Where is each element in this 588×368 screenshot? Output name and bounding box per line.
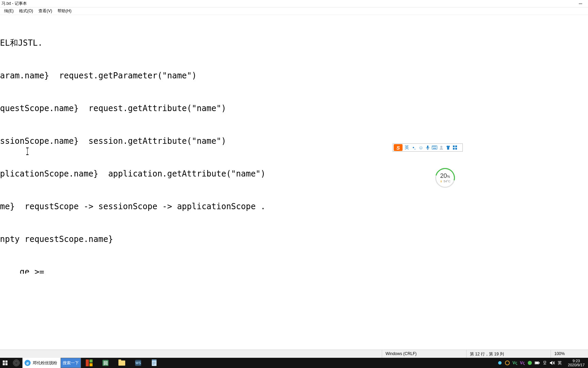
- svg-marker-38: [550, 361, 552, 365]
- ime-tray-lang[interactable]: 英: [557, 360, 562, 366]
- system-tray: Vς Vς 英: [495, 358, 565, 368]
- ime-voice-icon[interactable]: [425, 144, 431, 151]
- ime-account-icon[interactable]: [438, 144, 444, 151]
- svg-rect-9: [453, 145, 455, 147]
- svg-rect-35: [544, 361, 546, 363]
- svg-rect-33: [539, 362, 540, 364]
- cpu-temp: 🌡 54°C: [440, 180, 451, 183]
- svg-rect-14: [5, 361, 7, 363]
- taskbar-clock[interactable]: 9:23 2020/9/17: [565, 358, 588, 368]
- text-line: ssionScope.name} session.getAttribute("n…: [0, 136, 588, 147]
- tray-icon-1[interactable]: [497, 360, 503, 366]
- menu-bar: 缉(E) 格式(O) 查看(V) 帮助(H): [0, 7, 588, 15]
- svg-rect-12: [455, 148, 457, 150]
- text-line: EL和JSTL.: [0, 37, 588, 48]
- start-button[interactable]: [0, 358, 10, 368]
- fan-app-icon[interactable]: [10, 358, 22, 368]
- svg-rect-6: [436, 146, 436, 147]
- menu-edit[interactable]: 缉(E): [1, 7, 16, 15]
- svg-text:WS: WS: [135, 361, 141, 365]
- text-line: npty requestScope.name}: [0, 234, 588, 245]
- svg-marker-17: [86, 359, 89, 366]
- svg-point-30: [505, 361, 509, 365]
- app-icon-1[interactable]: [81, 358, 97, 368]
- svg-rect-3: [432, 146, 433, 147]
- file-explorer-icon[interactable]: [114, 358, 130, 368]
- svg-rect-16: [5, 363, 7, 365]
- ime-punct-icon[interactable]: •,: [411, 144, 417, 151]
- window-titlebar: 习.txt - 记事本: [0, 0, 588, 7]
- ie-window-title: 邓伦粉丝脱粉: [33, 360, 57, 366]
- taskbar-ie-window[interactable]: e 邓伦粉丝脱粉: [22, 358, 61, 368]
- menu-format[interactable]: 格式(O): [16, 7, 36, 15]
- text-line: aram.name} request.getParameter("name"): [0, 70, 588, 81]
- tray-icon-3[interactable]: Vς: [512, 360, 518, 366]
- status-encoding: Windows (CRLF): [382, 350, 466, 358]
- svg-text:回: 回: [103, 361, 108, 366]
- svg-marker-19: [89, 363, 93, 366]
- svg-rect-25: [152, 359, 157, 361]
- tray-icon-2[interactable]: [505, 360, 510, 366]
- status-bar: Windows (CRLF) 第 12 行，第 19 列 100%: [0, 350, 588, 358]
- svg-rect-13: [3, 361, 5, 363]
- app-icon-4[interactable]: WS: [130, 358, 146, 368]
- taskbar-search[interactable]: 搜索一下: [61, 358, 81, 368]
- svg-point-29: [498, 361, 502, 365]
- menu-help[interactable]: 帮助(H): [55, 7, 74, 15]
- system-monitor-widget[interactable]: 20% 🌡 54°C: [435, 168, 455, 188]
- svg-point-31: [528, 361, 532, 365]
- svg-rect-11: [453, 148, 455, 150]
- tray-icon-5[interactable]: [527, 360, 533, 366]
- notepad-icon[interactable]: [146, 358, 163, 368]
- ime-toolbar[interactable]: S 英 •, ☺: [393, 143, 463, 152]
- svg-rect-4: [434, 146, 434, 147]
- taskbar: e 邓伦粉丝脱粉 搜索一下 回 WS Vς Vς 英 9:23 2020/9/1: [0, 358, 588, 368]
- status-position: 第 12 行，第 19 列: [466, 350, 551, 358]
- svg-rect-15: [3, 363, 5, 365]
- text-line: questScope.name} request.getAttribute("n…: [0, 103, 588, 114]
- search-button[interactable]: 搜索一下: [61, 358, 81, 368]
- svg-marker-18: [89, 359, 93, 363]
- svg-rect-10: [455, 145, 457, 147]
- svg-rect-5: [435, 146, 435, 147]
- svg-point-8: [440, 146, 442, 148]
- text-line: plicationScope.name} application.getAttr…: [0, 168, 588, 179]
- text-line: me} requstScope -> sessionScope -> appli…: [0, 201, 588, 212]
- menu-view[interactable]: 查看(V): [36, 7, 55, 15]
- ime-keyboard-icon[interactable]: [431, 144, 438, 151]
- ime-emoji-icon[interactable]: ☺: [418, 144, 424, 151]
- cpu-percent: 20%: [440, 173, 450, 179]
- volume-icon[interactable]: [550, 360, 555, 366]
- app-icon-2[interactable]: 回: [97, 358, 114, 368]
- ie-icon: e: [24, 360, 31, 366]
- ime-toolbox-icon[interactable]: [452, 144, 458, 151]
- svg-rect-1: [427, 145, 428, 148]
- ime-skin-icon[interactable]: [445, 144, 451, 151]
- clock-time: 9:23: [573, 359, 580, 363]
- window-controls: [573, 0, 588, 7]
- text-editor-area[interactable]: EL和JSTL. aram.name} request.getParameter…: [0, 15, 588, 274]
- clock-date: 2020/9/17: [568, 363, 585, 367]
- network-icon[interactable]: [542, 360, 548, 366]
- svg-rect-7: [433, 148, 436, 149]
- minimize-button[interactable]: [573, 0, 588, 7]
- window-title: 习.txt - 记事本: [1, 1, 27, 6]
- text-line: ge >=: [0, 266, 588, 274]
- battery-icon[interactable]: [535, 360, 540, 366]
- text-cursor: [27, 148, 28, 155]
- sogou-logo-icon[interactable]: S: [394, 144, 403, 151]
- status-zoom: 100%: [551, 350, 588, 358]
- ime-language-toggle[interactable]: 英: [403, 144, 410, 151]
- svg-rect-34: [535, 362, 539, 364]
- tray-icon-4[interactable]: Vς: [520, 360, 525, 366]
